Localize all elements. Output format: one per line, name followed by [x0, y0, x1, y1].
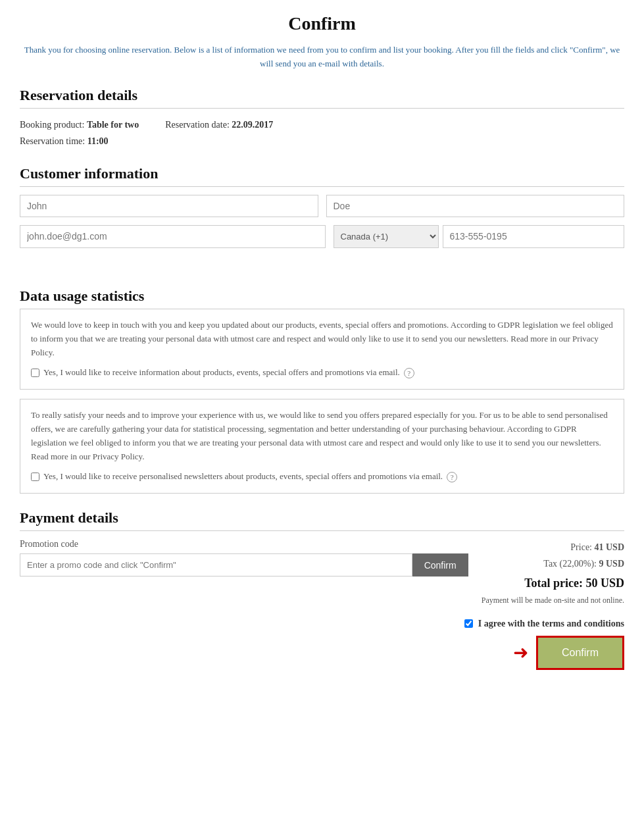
total-value: 50 USD [585, 577, 624, 590]
country-select[interactable]: Canada (+1) [334, 225, 439, 248]
confirm-final-button[interactable]: Confirm [536, 636, 624, 670]
reservation-date: Reservation date: 22.09.2017 [165, 116, 273, 149]
payment-layout: Promotion code Confirm Price: 41 USD Tax… [20, 539, 624, 607]
data-box-1: We would love to keep in touch with you … [20, 309, 624, 390]
reservation-details-section: Reservation details Booking product: Tab… [20, 87, 624, 149]
customer-heading: Customer information [20, 165, 624, 182]
phone-input[interactable] [443, 225, 625, 248]
terms-label: I agree with the terms and conditions [478, 619, 624, 629]
divider-payment [20, 530, 624, 531]
reservation-row: Booking product: Table for two Reservati… [20, 116, 624, 149]
payment-heading: Payment details [20, 509, 624, 526]
divider-reservation [20, 108, 624, 109]
checkbox-row-2: Yes, I would like to receive personalise… [31, 470, 613, 484]
email-input[interactable] [20, 225, 326, 248]
data-box-2: To really satisfy your needs and to impr… [20, 399, 624, 494]
customer-info-section: Customer information Canada (+1) [20, 165, 624, 248]
tax-label: Tax (22,00%): [543, 559, 597, 569]
promo-section: Promotion code Confirm [20, 539, 468, 577]
checkbox-email[interactable] [31, 369, 39, 377]
last-name-input[interactable] [326, 195, 625, 217]
data-box-1-text: We would love to keep in touch with you … [31, 319, 613, 359]
divider-customer [20, 186, 624, 187]
promo-confirm-button[interactable]: Confirm [412, 553, 468, 577]
tax-value: 9 USD [599, 559, 624, 569]
contact-row: Canada (+1) [20, 225, 624, 248]
intro-text: Thank you for choosing online reservatio… [20, 43, 624, 71]
checkbox-personalised[interactable] [31, 473, 39, 481]
tax-row: Tax (22,00%): 9 USD [482, 555, 624, 572]
booking-product: Booking product: Table for two Reservati… [20, 116, 139, 149]
checkbox-personalised-label: Yes, I would like to receive personalise… [43, 470, 443, 484]
terms-row: I agree with the terms and conditions [20, 619, 624, 629]
price-row: Price: 41 USD [482, 539, 624, 555]
checkbox-email-label: Yes, I would like to receive information… [43, 366, 400, 380]
arrow-icon: ➜ [513, 642, 528, 663]
name-row [20, 195, 624, 217]
data-usage-section: Data usage statistics We would love to k… [20, 288, 624, 494]
data-box-2-text: To really satisfy your needs and to impr… [31, 409, 613, 463]
total-price-row: Total price: 50 USD [482, 573, 624, 594]
first-name-input[interactable] [20, 195, 318, 217]
price-value: 41 USD [594, 542, 624, 552]
reservation-heading: Reservation details [20, 87, 624, 104]
terms-checkbox[interactable] [464, 619, 473, 628]
price-section: Price: 41 USD Tax (22,00%): 9 USD Total … [482, 539, 624, 607]
phone-group: Canada (+1) [334, 225, 625, 248]
price-label: Price: [570, 542, 592, 552]
promo-input-row: Confirm [20, 553, 468, 577]
confirm-bottom: ➜ Confirm [20, 636, 624, 670]
help-icon-2[interactable]: ? [447, 472, 457, 482]
page-title: Confirm [20, 13, 624, 34]
help-icon-1[interactable]: ? [404, 368, 414, 378]
promo-label: Promotion code [20, 539, 468, 550]
promo-input[interactable] [20, 553, 412, 577]
data-usage-heading: Data usage statistics [20, 288, 624, 305]
total-label: Total price: [524, 577, 583, 590]
checkbox-row-1: Yes, I would like to receive information… [31, 366, 613, 380]
payment-note: Payment will be made on-site and not onl… [482, 594, 624, 608]
payment-details-section: Payment details Promotion code Confirm P… [20, 509, 624, 669]
